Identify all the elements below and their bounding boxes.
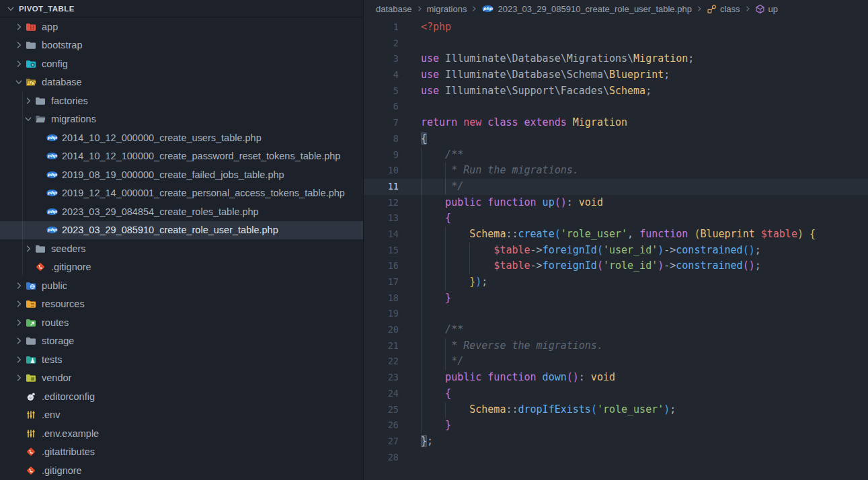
line-content: */ <box>421 179 868 195</box>
tree-item-label: .gitignore <box>51 262 91 272</box>
tree-item-.gitignore[interactable]: .gitignore <box>0 461 363 480</box>
tree-item-2023_03_29_085910_create_role_user_table.php[interactable]: php2023_03_29_085910_create_role_user_ta… <box>0 221 363 240</box>
indent-guide <box>421 354 422 370</box>
tree-item-.gitattributes[interactable]: .gitattributes <box>0 443 363 462</box>
tree-item-vendor[interactable]: vendor <box>0 369 363 388</box>
code-line-16[interactable]: 16 $table->foreignId('role_id')->constra… <box>364 258 868 274</box>
folder-icon <box>26 77 40 87</box>
line-number: 13 <box>364 210 399 227</box>
breadcrumb-item-migrations[interactable]: migrations <box>427 4 467 14</box>
chevron-spacer <box>32 188 46 198</box>
php-file-icon: php <box>46 151 61 161</box>
tree-item-database[interactable]: database <box>0 73 363 92</box>
tree-item-label: 2019_12_14_000001_create_personal_access… <box>62 188 345 198</box>
code-line-8[interactable]: 8{ <box>364 131 868 147</box>
code-line-25[interactable]: 25 Schema::dropIfExists('role_user'); <box>364 402 868 418</box>
breadcrumb-item-database[interactable]: database <box>376 4 412 14</box>
tree-item-seeders[interactable]: seeders <box>0 239 363 258</box>
code-line-6[interactable]: 6 <box>364 99 868 115</box>
explorer-header[interactable]: PIVOT_TABLE <box>0 0 363 17</box>
env-file-icon <box>26 409 40 420</box>
code-line-22[interactable]: 22 */ <box>364 354 868 370</box>
folder-icon <box>26 372 40 383</box>
php-file-icon: php <box>46 225 61 235</box>
code-line-11[interactable]: 11 */ <box>364 179 868 195</box>
tree-item-label: migrations <box>51 114 96 124</box>
chevron-spacer <box>32 169 46 180</box>
tree-item-label: app <box>42 22 58 32</box>
chevron-right-icon <box>12 40 26 50</box>
code-line-13[interactable]: 13 { <box>364 210 868 227</box>
tree-item-label: 2023_03_29_085910_create_role_user_table… <box>62 225 278 235</box>
code-line-14[interactable]: 14 Schema::create('role_user', function … <box>364 227 868 243</box>
tree-item-.env[interactable]: .env <box>0 406 363 425</box>
code-line-28[interactable]: 28 <box>364 450 868 466</box>
class-icon <box>707 4 717 14</box>
breadcrumb-item-up[interactable]: up <box>755 4 778 14</box>
code-line-17[interactable]: 17 }); <box>364 274 868 290</box>
code-line-26[interactable]: 26 } <box>364 417 868 434</box>
tree-item-2019_12_14_000001_create_personal_access_tokens_table.php[interactable]: php2019_12_14_000001_create_personal_acc… <box>0 184 363 203</box>
line-number: 12 <box>364 195 399 211</box>
code-line-23[interactable]: 23 public function down(): void <box>364 370 868 386</box>
code-line-15[interactable]: 15 $table->foreignId('user_id')->constra… <box>364 243 868 259</box>
breadcrumb-item-class[interactable]: class <box>707 4 740 14</box>
code-line-21[interactable]: 21 * Reverse the migrations. <box>364 338 868 354</box>
tree-item-migrations[interactable]: migrations <box>0 110 363 129</box>
code-line-7[interactable]: 7return new class extends Migration <box>364 115 868 131</box>
code-line-10[interactable]: 10 * Run the migrations. <box>364 163 868 179</box>
tree-item-tests[interactable]: tests <box>0 350 363 369</box>
code-line-24[interactable]: 24 { <box>364 386 868 402</box>
code-line-27[interactable]: 27}; <box>364 434 868 450</box>
code-line-3[interactable]: 3use Illuminate\Database\Migrations\Migr… <box>364 51 868 67</box>
code-line-18[interactable]: 18 } <box>364 290 868 307</box>
chevron-spacer <box>32 151 46 161</box>
code-line-1[interactable]: 1<?php <box>364 19 868 36</box>
code-line-2[interactable]: 2 <box>364 36 868 52</box>
tree-item-public[interactable]: public <box>0 276 363 295</box>
line-content: /** <box>421 147 868 163</box>
code-line-12[interactable]: 12 public function up(): void <box>364 195 868 211</box>
code-line-4[interactable]: 4use Illuminate\Database\Schema\Blueprin… <box>364 67 868 83</box>
chevron-down-icon <box>4 3 17 14</box>
file-tree: appbootstrapconfigdatabasefactoriesmigra… <box>0 17 363 480</box>
tree-item-factories[interactable]: factories <box>0 91 363 110</box>
line-content <box>421 306 868 322</box>
tree-item-.env.example[interactable]: .env.example <box>0 424 363 443</box>
line-number: 8 <box>364 131 399 147</box>
tree-item-resources[interactable]: resources <box>0 295 363 314</box>
indent-guide <box>445 402 446 418</box>
chevron-down-icon <box>22 114 35 124</box>
tree-item-.gitignore[interactable]: .gitignore <box>0 258 363 277</box>
indent-guide <box>421 227 422 243</box>
line-number: 3 <box>364 51 399 67</box>
tree-item-bootstrap[interactable]: bootstrap <box>0 36 363 55</box>
line-number: 19 <box>364 306 399 322</box>
code-line-19[interactable]: 19 <box>364 306 868 322</box>
tree-item-2019_08_19_000000_create_failed_jobs_table.php[interactable]: php2019_08_19_000000_create_failed_jobs_… <box>0 165 363 184</box>
app-folder-icon <box>26 22 40 32</box>
tree-item-routes[interactable]: routes <box>0 313 363 332</box>
tree-item-2014_10_12_100000_create_password_reset_tokens_table.php[interactable]: php2014_10_12_100000_create_password_res… <box>0 147 363 166</box>
tree-item-config[interactable]: config <box>0 54 363 73</box>
tree-item-storage[interactable]: storage <box>0 332 363 351</box>
line-content: $table->foreignId('user_id')->constraine… <box>421 243 868 259</box>
line-content: public function up(): void <box>421 195 868 211</box>
indent-guide <box>421 290 422 307</box>
code-area[interactable]: 1<?php23use Illuminate\Database\Migratio… <box>364 17 868 465</box>
tree-item-2014_10_12_000000_create_users_table.php[interactable]: php2014_10_12_000000_create_users_table.… <box>0 128 363 147</box>
folder-icon <box>26 298 40 309</box>
folder-icon <box>26 335 40 346</box>
tree-item-label: 2014_10_12_000000_create_users_table.php <box>62 132 262 143</box>
folder-icon <box>35 243 50 254</box>
tree-item-.editorconfig[interactable]: .editorconfig <box>0 387 363 406</box>
breadcrumb-item-2023_03_29_085910_create_role_user_table.php[interactable]: php2023_03_29_085910_create_role_user_ta… <box>481 4 691 14</box>
code-line-9[interactable]: 9 /** <box>364 147 868 163</box>
code-line-5[interactable]: 5use Illuminate\Support\Facades\Schema; <box>364 83 868 99</box>
tree-item-2023_03_29_084854_create_roles_table.php[interactable]: php2023_03_29_084854_create_roles_table.… <box>0 202 363 221</box>
code-line-20[interactable]: 20 /** <box>364 322 868 338</box>
env-file-icon <box>26 428 40 439</box>
tree-item-app[interactable]: app <box>0 17 363 36</box>
indent-guide <box>421 274 422 290</box>
svg-text:php: php <box>48 172 58 177</box>
